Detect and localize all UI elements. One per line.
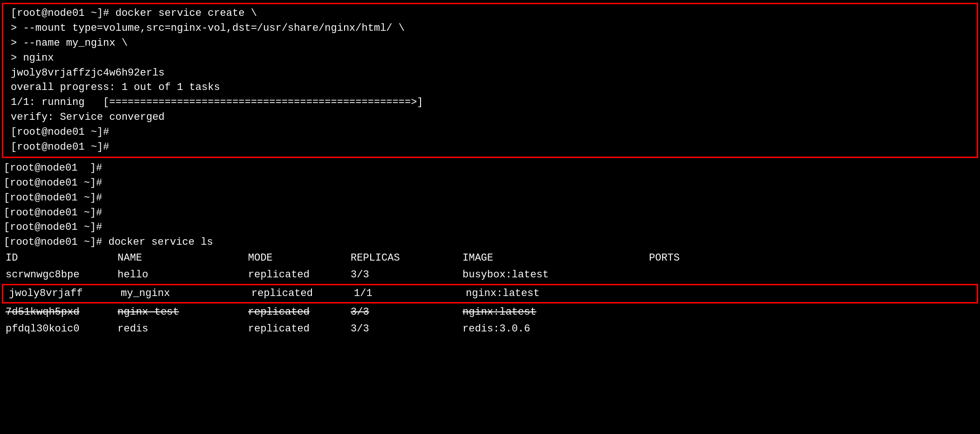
table-row-redis: pfdql30koic0 redis replicated 3/3 redis:… (0, 321, 980, 338)
row-hello-name: hello (116, 267, 246, 283)
row-nginx-test-image: nginx:latest (461, 304, 647, 321)
row-hello-mode: replicated (246, 267, 349, 283)
cmd-line-4: > nginx (7, 51, 973, 66)
row-nginx-test-ports (647, 304, 976, 321)
row-hello-ports (647, 267, 976, 283)
cmd-line-9: [root@node01 ~]# (7, 125, 973, 140)
col-mode-header: MODE (246, 250, 349, 267)
cmd-line-7: 1/1: running [==========================… (7, 95, 973, 110)
row-nginx-name: my_nginx (119, 285, 249, 302)
table-row-hello: scrwnwgc8bpe hello replicated 3/3 busybo… (0, 267, 980, 283)
terminal: [root@node01 ~]# docker service create \… (0, 3, 980, 434)
cmd-line-8: verify: Service converged (7, 110, 973, 125)
row-redis-name: redis (116, 321, 246, 338)
row-redis-image: redis:3.0.6 (461, 321, 647, 338)
col-image-header: IMAGE (461, 250, 647, 267)
cmd-line-6: overall progress: 1 out of 1 tasks (7, 80, 973, 95)
col-id-header: ID (4, 250, 116, 267)
prompt-4: [root@node01 ~]# (0, 206, 980, 220)
row-redis-replicas: 3/3 (349, 321, 461, 338)
row-nginx-test-replicas: 3/3 (349, 304, 461, 321)
row-nginx-replicas: 1/1 (352, 285, 464, 302)
prompt-2: [root@node01 ~]# (0, 176, 980, 191)
table-header-row: ID NAME MODE REPLICAS IMAGE PORTS (0, 250, 980, 267)
row-redis-ports (647, 321, 976, 338)
cmd-line-2: > --mount type=volume,src=nginx-vol,dst=… (7, 21, 973, 36)
cmd-line-10: [root@node01 ~]# (7, 140, 973, 155)
table-row-my-nginx: jwoly8vrjaff my_nginx replicated 1/1 ngi… (2, 284, 978, 303)
row-nginx-ports (650, 285, 973, 302)
table-row-nginx-test: 7d51kwqh5pxd nginx-test replicated 3/3 n… (0, 304, 980, 321)
row-hello-image: busybox:latest (461, 267, 647, 283)
top-command-box: [root@node01 ~]# docker service create \… (2, 3, 978, 158)
row-nginx-image: nginx:latest (464, 285, 650, 302)
row-redis-id: pfdql30koic0 (4, 321, 116, 338)
col-ports-header: PORTS (647, 250, 976, 267)
prompt-5: [root@node01 ~]# (0, 220, 980, 235)
prompt-1: [root@node01 ]# (0, 161, 980, 176)
prompt-3: [root@node01 ~]# (0, 191, 980, 206)
row-nginx-test-name: nginx-test (116, 304, 246, 321)
row-nginx-test-mode: replicated (246, 304, 349, 321)
col-replicas-header: REPLICAS (349, 250, 461, 267)
row-hello-replicas: 3/3 (349, 267, 461, 283)
row-hello-id: scrwnwgc8bpe (4, 267, 116, 283)
cmd-line-3: > --name my_nginx \ (7, 36, 973, 51)
row-nginx-mode: replicated (249, 285, 352, 302)
cmd-line-1: [root@node01 ~]# docker service create \ (7, 6, 973, 21)
docker-ls-cmd: [root@node01 ~]# docker service ls (0, 235, 980, 250)
row-redis-mode: replicated (246, 321, 349, 338)
cmd-line-5: jwoly8vrjaffzjc4w6h92erls (7, 66, 973, 81)
row-nginx-test-id: 7d51kwqh5pxd (4, 304, 116, 321)
col-name-header: NAME (116, 250, 246, 267)
row-nginx-id: jwoly8vrjaff (7, 285, 119, 302)
